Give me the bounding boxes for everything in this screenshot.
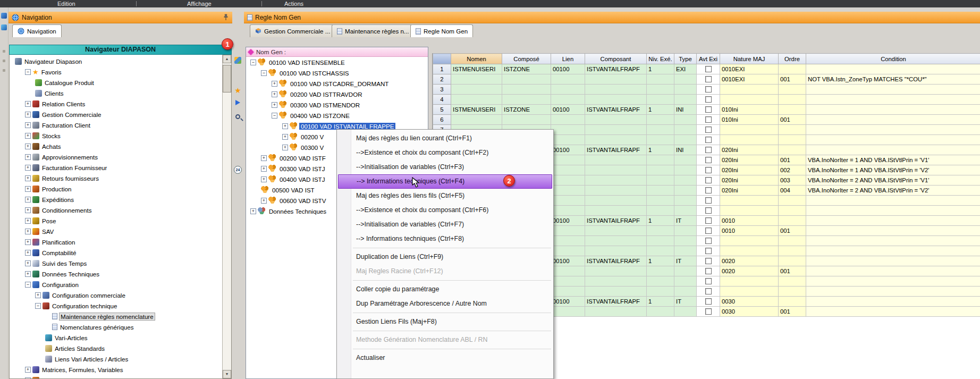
expand-toggle-icon[interactable]: − [25, 69, 31, 75]
cell[interactable] [451, 85, 502, 95]
cell[interactable] [806, 297, 980, 307]
column-header-avt-exi[interactable]: Avt Exi [697, 54, 720, 64]
docked-panel-icon[interactable] [1, 24, 7, 30]
cell[interactable] [720, 95, 779, 105]
expand-toggle-icon[interactable]: + [261, 176, 267, 182]
cell[interactable] [697, 135, 720, 145]
cell[interactable] [674, 165, 697, 175]
tab-gestion-commerciale[interactable]: Gestion Commerciale ... [250, 24, 335, 37]
cell[interactable]: ISTMENUISERI [451, 105, 502, 115]
cell[interactable]: ISTVANTAILFRAPF [585, 145, 647, 155]
checkbox[interactable] [705, 96, 712, 103]
column-header-niv-exe[interactable]: Niv. Exé. [647, 54, 674, 64]
cell[interactable]: 001 [779, 115, 806, 125]
cell[interactable]: 1 [647, 105, 674, 115]
checkbox[interactable] [705, 298, 712, 305]
cell[interactable] [585, 165, 647, 175]
cell[interactable] [697, 74, 720, 85]
expand-toggle-icon[interactable]: + [261, 166, 267, 172]
cell[interactable] [585, 226, 647, 236]
expand-toggle-icon[interactable]: + [261, 198, 267, 204]
cell[interactable]: NOT VBA.Istn_ZoneTyp MATCHES "*COU*" [806, 74, 980, 85]
menu-item-dup-parametrage-arborescence-autre-nom[interactable]: Dup Paramétrage Arborescence / Autre Nom [337, 297, 553, 311]
cell[interactable] [647, 287, 674, 297]
cell[interactable]: ISTMENUISERI [451, 64, 502, 74]
checkbox[interactable] [705, 106, 712, 113]
column-header-composant[interactable]: Composant [585, 54, 647, 64]
checkbox[interactable] [705, 66, 712, 72]
cell[interactable] [779, 85, 806, 95]
cell[interactable] [585, 115, 647, 125]
sidebar-item-facturation-fournisseur[interactable]: +Facturation Fournisseur [10, 162, 222, 173]
menu-item-initialisation-de-variables-ctrl-f7[interactable]: -->Initialisation de variables (Ctrl+F7) [337, 217, 553, 232]
cell[interactable]: 010Ini [720, 115, 779, 125]
menu-item-duplication-de-liens-ctrl-f9[interactable]: Duplication de Liens (Ctrl+F9) [337, 250, 553, 264]
sidebar-item-planification[interactable]: +Planification [10, 237, 222, 247]
cell[interactable] [674, 287, 697, 297]
tree-item-00300-vad-istmendor[interactable]: +00300 VAD ISTMENDOR [246, 99, 428, 110]
cell[interactable] [674, 186, 697, 196]
cell[interactable] [779, 216, 806, 226]
cell[interactable]: 001 [779, 74, 806, 85]
cell[interactable] [697, 196, 720, 206]
cell[interactable] [674, 85, 697, 95]
cell[interactable] [674, 175, 697, 186]
cell[interactable]: 00100 [551, 64, 585, 74]
pin-icon[interactable] [223, 14, 229, 21]
expand-toggle-icon[interactable]: − [35, 303, 41, 309]
clock-tool-button[interactable]: 24 [233, 165, 243, 175]
cell[interactable] [585, 246, 647, 256]
cell[interactable]: ISTVANTAILFRAPF [585, 105, 647, 115]
cell[interactable] [779, 297, 806, 307]
sidebar-item-nomenclatures-generiques[interactable]: Nomenclatures génériques [10, 322, 222, 332]
cell[interactable] [697, 175, 720, 186]
sidebar-item-matrices-formules-variables[interactable]: +Matrices, Formules, Variables [10, 364, 222, 375]
expand-toggle-icon[interactable]: + [25, 367, 31, 373]
cell[interactable] [806, 145, 980, 155]
cell[interactable] [551, 266, 585, 276]
checkbox[interactable] [705, 167, 712, 173]
column-header-compose[interactable]: Composé [502, 54, 551, 64]
checkbox[interactable] [705, 137, 712, 143]
cell[interactable] [551, 287, 585, 297]
menu-item-informations-techniques-ctrl-f8[interactable]: --> Informations techniques (Ctrl+F8) [337, 232, 553, 246]
scrollbar-thumb[interactable] [223, 65, 231, 92]
cell[interactable] [697, 206, 720, 216]
cell[interactable] [502, 85, 551, 95]
cell[interactable] [647, 165, 674, 175]
cell[interactable] [779, 196, 806, 206]
expand-toggle-icon[interactable]: + [272, 91, 277, 97]
cell[interactable]: 00100 [551, 256, 585, 266]
cell[interactable] [674, 125, 697, 135]
menu-item-maj-des-regles-des-liens-fils-ctrl-f5[interactable]: Maj des règles des liens fils (Ctrl+F5) [337, 189, 553, 203]
scrollbar[interactable]: ▲ ▼ [222, 55, 231, 378]
sidebar-item-favoris[interactable]: −★Favoris [10, 66, 222, 77]
row-number[interactable]: 4 [433, 95, 451, 105]
column-header-nomen[interactable]: Nomen [451, 54, 502, 64]
cell[interactable] [674, 266, 697, 276]
column-header-condition[interactable]: Condition [806, 54, 980, 64]
cell[interactable]: IT [674, 216, 697, 226]
cell[interactable]: 004 [779, 186, 806, 196]
cell[interactable] [674, 276, 697, 287]
cell[interactable] [585, 236, 647, 246]
cell[interactable] [674, 196, 697, 206]
cell[interactable] [551, 196, 585, 206]
checkbox[interactable] [705, 228, 712, 234]
cell[interactable] [502, 115, 551, 125]
cell[interactable]: VBA.InoNorIter = 2 AND VBA.IStVtlPrin = … [806, 186, 980, 196]
expand-toggle-icon[interactable]: + [25, 154, 31, 160]
cell[interactable]: 020Ini [720, 186, 779, 196]
cell[interactable]: INI [674, 145, 697, 155]
cell[interactable] [697, 287, 720, 297]
sidebar-item-conditionnements[interactable]: +Conditionnements [10, 205, 222, 215]
cell[interactable] [697, 145, 720, 155]
cell[interactable] [720, 135, 779, 145]
cell[interactable] [697, 216, 720, 226]
cell[interactable] [806, 246, 980, 256]
cell[interactable] [585, 155, 647, 165]
expand-toggle-icon[interactable]: + [272, 102, 277, 108]
cell[interactable] [697, 115, 720, 125]
cell[interactable] [551, 206, 585, 216]
row-number[interactable]: 6 [433, 115, 451, 125]
